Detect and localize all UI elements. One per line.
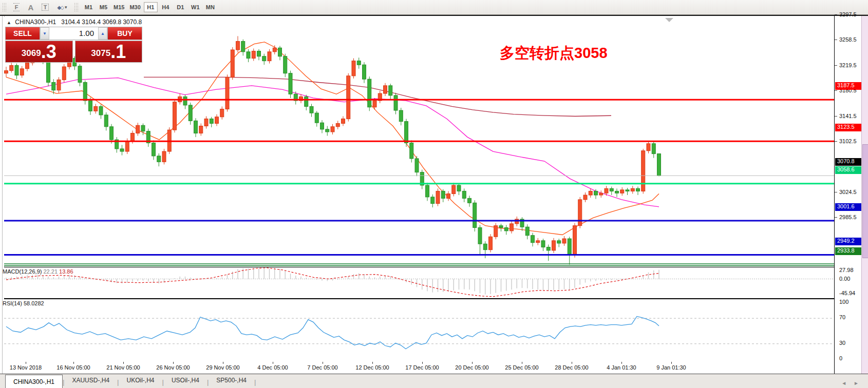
chart-tab-ukoilh4[interactable]: UKOil-,H4: [119, 377, 162, 388]
chart-tab-china300h1[interactable]: CHINA300-,H1: [5, 375, 63, 388]
objects-dropdown-button[interactable]: ◆◇▾: [53, 2, 71, 13]
collapse-triangle-icon[interactable]: ▲: [7, 20, 11, 25]
candle-body: [220, 109, 224, 117]
timeframe-w1-button[interactable]: W1: [188, 2, 202, 12]
candle-body: [504, 227, 508, 230]
candle-body: [552, 241, 556, 250]
time-tick-mark: [26, 362, 26, 364]
tab-scroll-nav: ◄ ►: [841, 380, 859, 386]
candle-body: [394, 95, 398, 110]
volume-increase-button[interactable]: ▲: [98, 27, 107, 40]
time-tick-label: 12 Dec 05:00: [355, 364, 389, 371]
price-tick-label: 3297.5: [839, 11, 857, 17]
candle-body: [231, 50, 234, 77]
candle-body: [125, 141, 129, 151]
ohlc-values: 3104.4 3104.4 3069.8 3070.8: [61, 18, 142, 26]
buy-price-display[interactable]: 3075 .1: [75, 41, 143, 63]
candle-body: [473, 203, 477, 227]
candle-body: [278, 48, 282, 56]
toolbar-drag-handle[interactable]: [2, 3, 6, 12]
text-a-button[interactable]: A: [25, 2, 37, 13]
candle-body: [247, 52, 250, 59]
timeframe-m1-button[interactable]: M1: [82, 2, 96, 12]
tab-scroll-left-icon[interactable]: ◄: [841, 380, 846, 386]
chart-tab-usoilh4[interactable]: USOil-,H4: [164, 377, 207, 388]
timeframe-m15-button[interactable]: M15: [111, 2, 126, 12]
timeframe-toolbar-drag-handle[interactable]: [74, 3, 78, 12]
chart-tab-sp500h4[interactable]: SP500-,H4: [209, 377, 254, 388]
chart-ohlc-header: ▲ CHINA300-,H1 3104.4 3104.4 3069.8 3070…: [7, 18, 142, 26]
sell-button[interactable]: SELL: [5, 27, 40, 40]
candle-body: [568, 239, 571, 255]
candle-body: [94, 106, 98, 111]
candle-body: [357, 61, 361, 65]
candle-body: [441, 191, 445, 198]
sell-price-main: 3069: [22, 46, 41, 61]
candle-body: [489, 237, 493, 249]
timeframe-h4-button[interactable]: H4: [159, 2, 173, 12]
candle-body: [657, 154, 661, 176]
timeframe-m30-button[interactable]: M30: [127, 2, 142, 12]
candle-body: [342, 119, 345, 124]
candle-body: [510, 224, 514, 231]
volume-decrease-button[interactable]: ▼: [40, 27, 49, 40]
scrollbar-thumb[interactable]: [862, 144, 868, 258]
buy-price-fraction: .1: [110, 43, 126, 61]
candle-body: [78, 66, 82, 83]
sell-price-display[interactable]: 3069 .3: [5, 41, 73, 63]
macd-label: MACD(12,26,9) 22.21 13.86: [3, 268, 73, 275]
timeframe-d1-button[interactable]: D1: [174, 2, 187, 12]
time-tick-label: 4 Dec 05:00: [257, 364, 288, 371]
candle-body: [373, 101, 376, 107]
candle-body: [141, 125, 145, 131]
volume-value[interactable]: 1.00: [49, 27, 98, 40]
time-axis: 13 Nov 201816 Nov 05:0021 Nov 05:0026 No…: [4, 362, 834, 374]
candle-body: [605, 188, 608, 193]
candle-body: [331, 127, 334, 132]
candle-body: [431, 197, 435, 204]
candle-body: [136, 125, 140, 133]
timeframe-h1-button[interactable]: H1: [144, 2, 158, 12]
vertical-scrollbar[interactable]: [861, 16, 868, 374]
toolbar: F A T ◆◇▾ M1M5M15M30H1H4D1W1MN: [0, 0, 868, 15]
candle-body: [399, 110, 403, 122]
rsi-axis-label: 100: [839, 299, 848, 305]
tab-separator: |: [254, 378, 256, 386]
candle-body: [183, 96, 187, 105]
time-tick-mark: [522, 362, 522, 364]
candle-body: [363, 65, 366, 79]
candle-body: [241, 42, 245, 52]
candle-body: [536, 241, 540, 243]
candle-body: [626, 190, 629, 191]
price-tick-label: 3024.5: [839, 189, 857, 195]
candle-body: [347, 76, 350, 119]
buy-button[interactable]: BUY: [107, 27, 142, 40]
candle-body: [447, 194, 450, 199]
time-tick-label: 26 Nov 05:00: [156, 364, 190, 371]
time-tick-mark: [273, 362, 273, 364]
candle-body: [610, 188, 613, 191]
timeframe-bar: M1M5M15M30H1H4D1W1MN: [81, 2, 218, 12]
timeframe-mn-button[interactable]: MN: [203, 2, 217, 12]
candle-body: [188, 105, 192, 121]
price-badge-3070.8: 3070.8: [835, 158, 863, 166]
chart-shift-marker-icon[interactable]: [665, 18, 673, 22]
text-annotation[interactable]: 多空转折点3058: [500, 43, 608, 64]
time-tick-label: 29 Nov 05:00: [206, 364, 239, 371]
candle-body: [157, 156, 161, 162]
text-label-button[interactable]: T: [39, 2, 51, 13]
candle-body: [436, 191, 440, 203]
candle-body: [631, 188, 634, 191]
timeframe-m5-button[interactable]: M5: [97, 2, 110, 12]
font-tool-button[interactable]: F: [10, 2, 23, 13]
price-axis: 3297.53258.53219.53180.53141.53102.53024…: [834, 16, 862, 374]
candle-body: [284, 56, 287, 73]
candle-body: [478, 227, 482, 244]
mt4-window: F A T ◆◇▾ M1M5M15M30H1H4D1W1MN ▲ CHINA30…: [0, 0, 868, 388]
volume-spinner: ▼ 1.00 ▲: [40, 27, 107, 40]
price-tick-mark: [835, 40, 837, 40]
tab-scroll-right-icon[interactable]: ►: [854, 380, 859, 386]
chart-tab-xauusdh4[interactable]: XAUUSD-,H4: [64, 377, 117, 388]
price-tick-label: 3102.5: [839, 138, 857, 144]
time-tick-label: 9 Jan 01:30: [656, 364, 686, 371]
